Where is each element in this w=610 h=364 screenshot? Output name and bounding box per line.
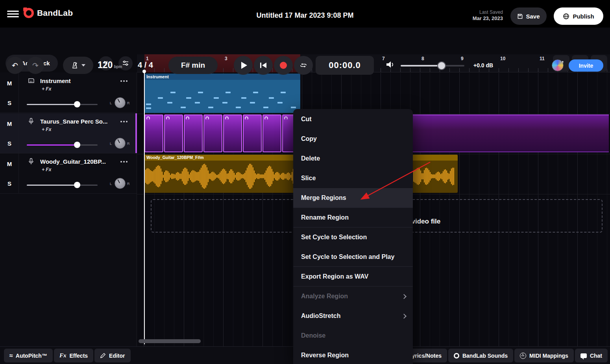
region-context-menu: Cut Copy Delete Slice Merge Regions Rena… (293, 109, 413, 364)
effects-button[interactable]: Fx Effects (54, 349, 93, 362)
bandlab-sounds-label: BandLab Sounds (462, 353, 508, 359)
mute-button[interactable]: M (0, 118, 19, 129)
save-icon (517, 13, 523, 19)
transport-toolbar: ↶ ↷ 120 bpm 4 / 4 F# min 00:00.0 (0, 28, 610, 54)
bandlab-sounds-button[interactable]: BandLab Sounds (448, 349, 513, 362)
midi-icon (520, 353, 526, 359)
add-fx-button[interactable]: + Fx (42, 86, 51, 92)
slider-thumb[interactable] (74, 142, 80, 148)
instrument-midi-region[interactable]: Instrument (144, 74, 300, 113)
bandlab-studio-app: BandLab Untitled 17 Mar 2023 9:08 PM Las… (0, 0, 610, 364)
pan-knob[interactable] (115, 178, 126, 189)
master-volume-icon[interactable] (386, 61, 395, 68)
track-volume-slider[interactable] (27, 142, 98, 148)
pan-knob[interactable] (115, 97, 126, 108)
hamburger-menu-icon[interactable] (7, 11, 19, 17)
mixer-sliders-icon (122, 60, 129, 67)
menu-item-slice[interactable]: Slice (293, 168, 413, 188)
track-volume-slider[interactable] (27, 101, 98, 107)
key-signature-button[interactable]: F# min (168, 57, 218, 74)
add-fx-button[interactable]: + Fx (42, 127, 51, 132)
menu-item-audiostretch[interactable]: AudioStretch (293, 306, 413, 326)
record-button[interactable] (274, 56, 293, 75)
bandlab-logo-text: BandLab (37, 8, 73, 18)
invite-button[interactable]: Invite (569, 59, 603, 72)
bandlab-logo[interactable]: BandLab (24, 8, 73, 18)
menu-item-analyze-region[interactable]: Analyze Region (293, 286, 413, 306)
mute-button[interactable]: M (0, 78, 19, 88)
ruler-bar-11: 11 (540, 56, 545, 61)
record-icon (280, 62, 287, 69)
piano-icon (28, 77, 35, 84)
track-name[interactable]: Instrument (40, 78, 71, 84)
editor-button[interactable]: Editor (94, 349, 130, 362)
pan-right-label: R (127, 101, 130, 105)
track-options-icon[interactable] (120, 119, 131, 124)
bpm-control[interactable]: 120 bpm (98, 60, 122, 70)
autopitch-label: AutoPitch™ (16, 353, 47, 359)
track-name[interactable]: Taurus_Snare Perc So... (40, 118, 107, 125)
playhead[interactable] (144, 72, 145, 344)
user-avatar[interactable] (552, 59, 564, 71)
submenu-chevron-icon (401, 294, 407, 299)
publish-button[interactable]: Publish (554, 7, 603, 25)
slider-thumb[interactable] (74, 101, 80, 107)
solo-button[interactable]: S (0, 178, 19, 188)
pan-right-label: R (127, 142, 130, 146)
redo-icon: ↷ (32, 61, 39, 70)
time-display[interactable]: 00:00.0 (316, 56, 374, 75)
track-row-instrument[interactable]: M S Instrument + Fx L R (0, 73, 137, 113)
metronome-button[interactable] (63, 57, 93, 74)
track-row-guitar[interactable]: M S Woody_Guitar_120BP... + Fx L R (0, 153, 137, 194)
fx-icon: Fx (59, 352, 67, 359)
midi-mappings-button[interactable]: MIDI Mappings (514, 349, 574, 362)
globe-icon (563, 13, 569, 20)
transport-controls (234, 56, 313, 75)
bandlab-logo-icon (24, 8, 34, 18)
menu-item-cut[interactable]: Cut (293, 109, 413, 129)
menu-item-reverse-region[interactable]: Reverse Region (293, 346, 413, 364)
master-volume-slider[interactable] (401, 61, 464, 69)
track-options-icon[interactable] (120, 159, 131, 164)
menu-item-merge-regions[interactable]: Merge Regions (293, 188, 413, 208)
skip-to-start-button[interactable] (254, 56, 273, 75)
menu-item-denoise[interactable]: Denoise (293, 326, 413, 346)
slider-thumb[interactable] (74, 182, 80, 188)
save-button[interactable]: Save (510, 7, 547, 25)
solo-button[interactable]: S (0, 98, 19, 108)
track-volume-slider[interactable] (27, 182, 98, 188)
microphone-icon (28, 158, 35, 165)
metronome-icon (71, 62, 78, 69)
track-options-icon[interactable] (120, 78, 131, 84)
project-title[interactable]: Untitled 17 Mar 2023 9:08 PM (256, 11, 353, 20)
pan-knob[interactable] (115, 138, 126, 149)
publish-label: Publish (573, 13, 594, 20)
microphone-icon (28, 118, 35, 125)
autopitch-button[interactable]: ≈ AutoPitch™ (4, 349, 53, 362)
track-name[interactable]: Woody_Guitar_120BP... (40, 158, 106, 165)
solo-button[interactable]: S (0, 138, 19, 148)
undo-button[interactable]: ↶ (6, 57, 24, 74)
loop-button[interactable] (294, 56, 313, 75)
horizontal-scrollbar[interactable] (139, 339, 201, 343)
redo-button[interactable]: ↷ (27, 57, 44, 74)
editor-label: Editor (109, 353, 125, 359)
time-signature-control[interactable]: 4 / 4 (138, 61, 153, 70)
track-row-snare[interactable]: M S Taurus_Snare Perc So... + Fx L R (0, 113, 137, 153)
menu-item-set-cycle-to-selection-and-play[interactable]: Set Cycle to Selection and Play (293, 247, 413, 267)
menu-item-rename-region[interactable]: Rename Region (293, 208, 413, 227)
loop-icon (299, 61, 307, 69)
menu-item-delete[interactable]: Delete (293, 149, 413, 168)
play-button[interactable] (234, 56, 253, 75)
chat-button[interactable]: Chat (575, 349, 608, 362)
playhead-handle[interactable] (142, 70, 146, 73)
autopitch-icon: ≈ (9, 354, 13, 358)
mute-button[interactable]: M (0, 159, 19, 169)
menu-item-export-region-as-wav[interactable]: Export Region as WAV (293, 267, 413, 286)
volume-slider-thumb[interactable] (437, 61, 446, 70)
pan-left-label: L (110, 182, 112, 186)
menu-item-set-cycle-to-selection[interactable]: Set Cycle to Selection (293, 227, 413, 247)
menu-item-copy[interactable]: Copy (293, 129, 413, 149)
topbar: BandLab Untitled 17 Mar 2023 9:08 PM Las… (0, 0, 610, 28)
add-fx-button[interactable]: + Fx (42, 167, 51, 172)
